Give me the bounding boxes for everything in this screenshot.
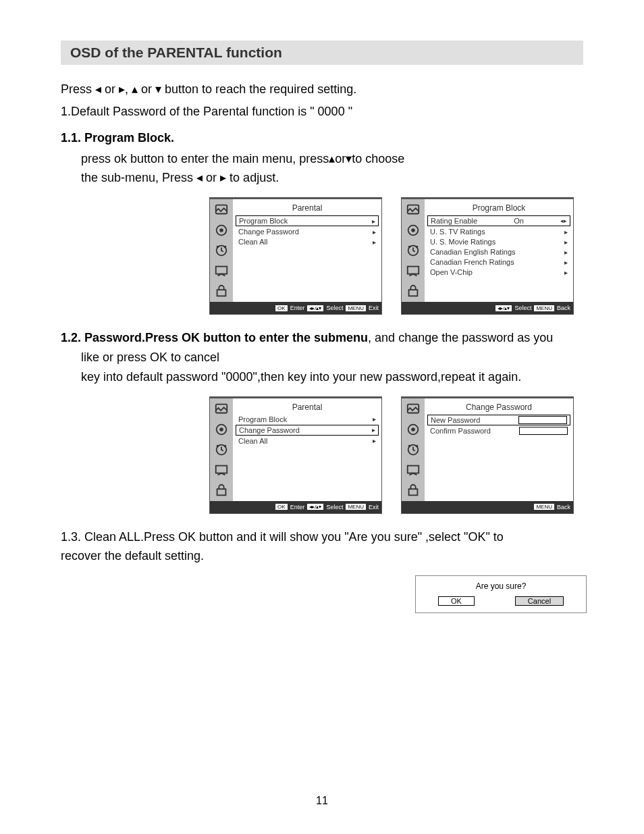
menu-item-change-password[interactable]: Change Password▸ [236,425,379,436]
svg-rect-31 [409,489,418,495]
menu-item-us-tv[interactable]: U. S. TV Ratings▸ [427,227,570,236]
section-1-2: 1.2. Password.Press OK button to enter t… [61,328,583,348]
up-arrow-icon: ▴ [329,152,335,165]
osd-footer: OKEnter ◂▸/▴▾Select MENUExit [210,501,381,513]
svg-point-13 [416,246,419,249]
select-label: Select [326,504,343,511]
section-1-1-p1: press ok button to enter the main menu, … [81,149,583,169]
audio-icon [405,222,421,238]
svg-rect-30 [408,465,419,473]
lock-icon [405,283,421,299]
svg-point-29 [416,444,419,447]
arrows-key: ◂▸/▴▾ [307,305,323,311]
svg-point-20 [217,444,219,447]
tab-icons [402,199,425,302]
svg-rect-14 [408,267,419,274]
chevron-right-icon: ▸ [373,415,376,423]
label: Rating Enable [431,217,477,225]
svg-rect-6 [216,267,227,274]
svg-rect-22 [216,465,227,473]
chevron-right-icon: ▸ [373,228,376,236]
svg-point-2 [219,228,223,232]
time-icon [213,242,230,259]
menu-title: Parental [236,402,379,412]
svg-point-10 [411,228,415,232]
text: or [138,82,155,96]
section-1-2-head-b: , and change the password as you [368,331,553,344]
picture-icon [213,401,230,417]
label: Change Password [239,426,300,434]
arrows-key: ◂▸/▴▾ [307,504,323,510]
menu-item-vchip[interactable]: Open V-Chip▸ [427,267,570,277]
svg-point-26 [411,427,415,432]
picture-icon [213,202,230,218]
arrows-key: ◂▸/▴▾ [495,305,512,311]
chevron-right-icon: ▸ [373,437,376,444]
chevron-right-icon: ▸ [564,259,568,266]
svg-point-28 [408,444,411,447]
menu-item-clean-all[interactable]: Clean All▸ [236,436,379,446]
menu-item-program-block[interactable]: Program Block▸ [236,415,379,424]
menu-item-us-movie[interactable]: U. S. Movie Ratings▸ [427,237,570,246]
cancel-button[interactable]: Cancel [515,596,564,606]
manual-page: OSD of the PARENTAL function Press ◂ or … [0,0,644,834]
label: U. S. Movie Ratings [430,238,495,246]
osd-change-password: Change Password New Password Confirm Pas… [401,396,574,514]
down-arrow-icon: ▾ [155,82,161,96]
select-label: Select [326,305,343,311]
confirm-dialog: Are you sure? OK Cancel [415,575,587,613]
menu-list: Change Password New Password Confirm Pas… [425,398,573,501]
menu-item-program-block[interactable]: Program Block▸ [236,215,379,226]
menu-title: Change Password [427,402,570,412]
section-1-2-head-a: 1.2. Password.Press OK button to enter t… [61,331,368,344]
tab-icons [210,398,233,501]
text: or [101,82,119,96]
label: Clean All [238,238,267,246]
new-password-row[interactable]: New Password [427,415,570,425]
osd-row-1: Parental Program Block▸ Change Password▸… [209,197,583,315]
page-title: OSD of the PARENTAL function [61,41,583,65]
label: Confirm Password [430,427,491,435]
up-arrow-icon: ▴ [132,82,138,96]
menu-item-can-english[interactable]: Canadian English Ratings▸ [427,247,570,257]
lock-icon [213,283,230,299]
right-arrow-icon: ▸ [220,171,226,184]
label: Change Password [238,228,299,236]
audio-icon [405,421,421,438]
section-1-3-line2: recover the default setting. [61,546,583,566]
right-arrow-icon: ▸ [119,82,125,96]
intro-line-2: 1.Default Password of the Parental funct… [61,102,583,122]
new-password-field[interactable] [518,416,567,424]
exit-label: Exit [369,504,379,511]
osd-row-2: Parental Program Block▸ Change Password▸… [209,396,583,514]
svg-point-18 [219,427,223,432]
menu-item-rating-enable[interactable]: Rating EnableOn◂▸ [427,215,570,226]
dialog-question: Are you sure? [416,581,586,591]
menu-item-change-password[interactable]: Change Password▸ [236,227,379,236]
picture-icon [405,202,421,218]
section-1-1-p2: the sub-menu, Press ◂ or ▸ to adjust. [81,168,583,188]
confirm-password-field[interactable] [519,427,568,435]
audio-icon [213,222,230,238]
chevron-right-icon: ▸ [564,228,568,236]
osd-program-block: Program Block Rating EnableOn◂▸ U. S. TV… [401,197,574,315]
ok-button[interactable]: OK [438,596,475,606]
confirm-password-row[interactable]: Confirm Password [427,426,570,436]
menu-title: Program Block [427,203,570,213]
menu-title: Parental [236,203,379,213]
chevron-right-icon: ▸ [372,426,375,434]
lock-icon [405,482,421,498]
menu-item-clean-all[interactable]: Clean All▸ [236,237,379,246]
label: New Password [431,416,480,424]
label: U. S. TV Ratings [430,228,485,236]
menu-list: Parental Program Block▸ Change Password▸… [233,199,381,302]
section-1-2-line3: key into default password "0000",then ke… [81,367,583,387]
exit-label: Exit [369,305,379,311]
svg-rect-23 [217,489,226,495]
time-icon [405,442,421,458]
down-arrow-icon: ▾ [346,152,352,165]
enter-label: Enter [290,305,305,311]
text: , [125,82,132,96]
menu-item-can-french[interactable]: Canadian French Ratings▸ [427,257,570,267]
osd-footer: ◂▸/▴▾Select MENUBack [402,302,573,314]
